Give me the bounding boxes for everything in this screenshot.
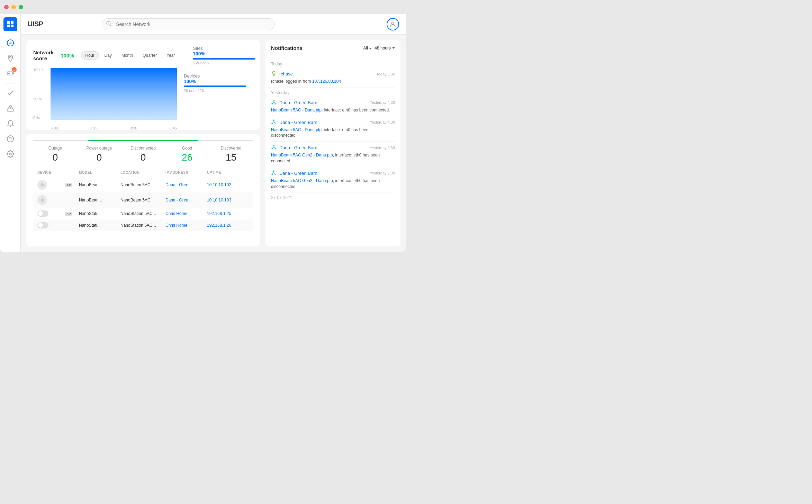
notifications-filter[interactable]: All (363, 46, 372, 51)
notif-item-rchase: rchase Today 3:32 rchase logged in from … (271, 68, 395, 88)
notifications-time-filter[interactable]: 48 hours (375, 46, 395, 51)
toggle-icon-3 (37, 210, 48, 217)
sidebar-item-location[interactable] (3, 51, 17, 65)
notif-dana-1-time: Yesterday 4:30 (370, 100, 395, 105)
svg-rect-7 (8, 73, 10, 74)
notif-dana-4-text: NanoBeam 5AC Gen2 - Dana ptp, interface:… (271, 178, 395, 190)
left-panel: Network score 100% Hour Day Month Quarte… (26, 40, 260, 246)
location-1[interactable]: Dana - Gree... (165, 182, 207, 187)
yesterday-section-label: Yesterday (271, 90, 395, 95)
tab-year[interactable]: Year (162, 51, 179, 60)
tab-hour[interactable]: Hour (81, 51, 99, 60)
col-ap (65, 171, 79, 174)
device-icon-cell (37, 180, 65, 190)
chart-wrapper: 100 % 50 % 0 % (33, 68, 253, 130)
notif-rchase-time: Today 3:32 (376, 72, 395, 76)
notif-item-dana-3: Dana - Green Barn Yesterday 2:39 NanoBea… (271, 142, 395, 167)
chart-area: 100 % 50 % 0 % (33, 68, 177, 130)
discovered-label: Discovered (209, 146, 253, 151)
status-progress-bar (33, 140, 253, 141)
svg-point-30 (272, 174, 273, 175)
notifications-title: Notifications (271, 45, 303, 51)
titlebar (0, 0, 406, 14)
svg-point-21 (272, 103, 273, 104)
devices-percentage: 100% (184, 79, 253, 84)
ip-4[interactable]: 192.168.1.26 (207, 223, 253, 228)
status-disconnected: Disconnected 0 (121, 146, 165, 163)
notif-dana-2-text: NanoBeam 5AC - Dana ptp, interface: eth0… (271, 127, 395, 139)
notifications-panel: Notifications All 48 hours Today (265, 40, 400, 246)
chart-svg (51, 68, 177, 120)
power-outage-label: Power outage (77, 146, 121, 151)
notif-dana-4-time: Yesterday 2:39 (370, 171, 395, 175)
x-axis-labels: 3:00 3:15 3:30 3:45 (51, 126, 177, 130)
close-button[interactable] (4, 5, 9, 9)
minimize-button[interactable] (11, 5, 16, 9)
location-4[interactable]: Chris Home (165, 223, 207, 228)
good-value: 26 (165, 152, 209, 163)
svg-point-22 (275, 103, 276, 104)
svg-point-14 (392, 22, 394, 24)
status-outage: Outage 0 (33, 146, 77, 163)
notifications-body: Today rchase Today 3:32 (265, 56, 400, 246)
today-section-label: Today (271, 62, 395, 66)
svg-point-5 (9, 56, 11, 58)
good-label: Good (165, 146, 209, 151)
sidebar-item-help[interactable] (3, 132, 17, 146)
notifications-header: Notifications All 48 hours (265, 40, 400, 56)
notif-dana-4-name: Dana - Green Barn (271, 170, 317, 177)
ip-3[interactable]: 192.168.1.25 (207, 211, 253, 216)
device-name-2: NanoBean... (79, 198, 120, 202)
network-score-title: Network score (33, 50, 54, 61)
ip-2[interactable]: 10.10.10.103 (207, 198, 253, 202)
ap-badge-cell-1: AP (65, 182, 79, 187)
notif-dana-4-header: Dana - Green Barn Yesterday 2:39 (271, 170, 395, 177)
ip-1[interactable]: 10.10.10.102 (207, 182, 253, 187)
outage-label: Outage (33, 146, 77, 151)
time-tabs: Hour Day Month Quarter Year (81, 51, 179, 60)
col-ip: IP ADDRESS (165, 171, 207, 174)
x-label-2: 3:30 (130, 126, 137, 130)
svg-point-24 (272, 123, 273, 124)
app-window: 1 UISP (0, 0, 406, 252)
filter-dropdown-icon (369, 48, 372, 50)
avatar[interactable] (387, 18, 399, 30)
tab-quarter[interactable]: Quarter (138, 51, 161, 60)
sites-count: 5 out of 5 (193, 61, 260, 65)
location-3[interactable]: Chris Home (165, 211, 207, 216)
sidebar-logo[interactable] (3, 17, 17, 31)
notif-dana-3-text: NanoBeam 5AC Gen2 - Dana ptp, interface:… (271, 152, 395, 164)
sidebar-item-devices[interactable]: 1 (3, 66, 17, 80)
bulb-icon (271, 71, 277, 77)
sidebar-item-settings[interactable] (3, 147, 17, 161)
svg-rect-1 (11, 21, 13, 24)
site-icon-3 (271, 144, 277, 151)
sidebar-item-dashboard[interactable] (3, 36, 17, 50)
y-label-50: 50 % (33, 97, 42, 101)
network-score-value: 100% (61, 53, 74, 58)
tab-month[interactable]: Month (117, 51, 137, 60)
search-input[interactable] (102, 18, 275, 30)
x-label-1: 3:15 (90, 126, 98, 130)
model-3: NanoStation 5AC... (120, 211, 165, 216)
sites-percentage: 100% (193, 51, 260, 56)
col-location: LOCATION (120, 171, 165, 174)
table-row: NanoBean... NanoBeam 5AC Dana - Gree... … (33, 192, 253, 208)
tab-day[interactable]: Day (100, 51, 116, 60)
search-bar (102, 18, 275, 30)
notif-dana-3-time: Yesterday 2:39 (370, 146, 395, 150)
sidebar-item-alerts[interactable] (3, 101, 17, 115)
location-2[interactable]: Dana - Gree... (165, 198, 207, 202)
y-label-100: 100 % (33, 68, 44, 72)
svg-rect-17 (51, 68, 177, 120)
svg-point-18 (40, 183, 44, 186)
maximize-button[interactable] (19, 5, 23, 9)
sidebar-item-bell[interactable] (3, 117, 17, 130)
app-logo: UISP (28, 20, 43, 28)
status-row: Outage 0 Power outage 0 Disconnected 0 (33, 146, 253, 163)
notif-dana-1-text: NanoBeam 5AC - Dana ptp, interface: eth0… (271, 107, 395, 113)
status-discovered: Discovered 15 (209, 146, 253, 163)
sidebar-item-tasks[interactable] (3, 86, 17, 100)
col-device: DEVICE (37, 171, 65, 174)
search-icon (106, 21, 111, 28)
